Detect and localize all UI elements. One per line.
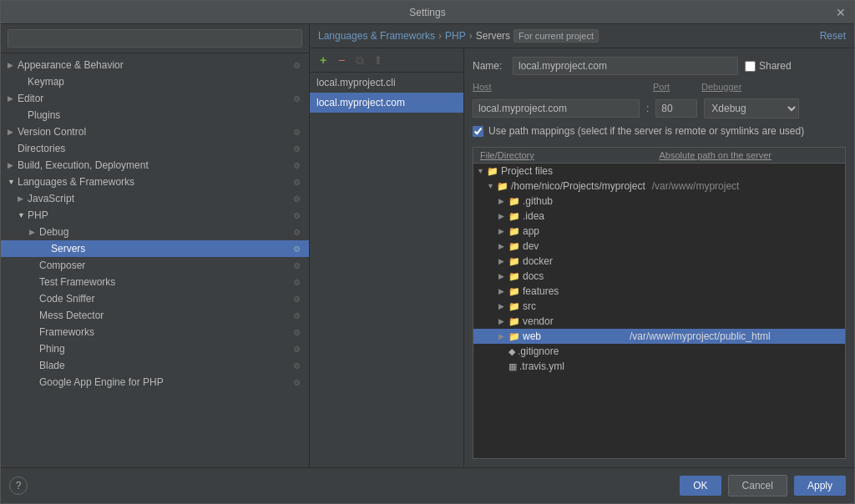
settings-icon: ⚙	[291, 126, 302, 138]
breadcrumb-part1[interactable]: Languages & Frameworks	[318, 30, 435, 42]
debugger-select[interactable]: Xdebug Zend Debugger	[704, 98, 799, 118]
sidebar-item-servers[interactable]: Servers ⚙	[1, 240, 309, 257]
breadcrumb-part2[interactable]: PHP	[445, 30, 466, 42]
ok-button[interactable]: OK	[680, 476, 721, 496]
arrow-icon: ▶	[498, 257, 508, 265]
sidebar-item-version-control[interactable]: ▶ Version Control ⚙	[1, 123, 309, 140]
add-server-button[interactable]: +	[315, 52, 331, 68]
shared-checkbox-label[interactable]: Shared	[745, 60, 792, 72]
sidebar-item-mess-detector[interactable]: Mess Detector ⚙	[1, 307, 309, 324]
settings-icon: ⚙	[291, 326, 302, 338]
sidebar-item-blade[interactable]: Blade ⚙	[1, 357, 309, 374]
sidebar-item-keymap[interactable]: Keymap	[1, 73, 309, 90]
folder-icon: 📁	[487, 166, 498, 177]
port-col-header: Port	[653, 82, 695, 92]
col2-header[interactable]: Absolute path on the server	[660, 150, 839, 160]
arrow-icon: ▼	[18, 211, 28, 219]
tree-item-vendor[interactable]: ▶ 📁 vendor	[473, 314, 845, 329]
server-config: Name: Shared Host Port Debugger	[464, 48, 854, 467]
sidebar-item-label: Editor	[18, 93, 291, 104]
settings-icon: ⚙	[291, 143, 302, 154]
host-input[interactable]	[473, 99, 640, 118]
sidebar-item-plugins[interactable]: Plugins	[1, 107, 309, 123]
column-headers-row: Host Port Debugger	[473, 82, 846, 92]
sidebar-item-appearance[interactable]: ▶ Appearance & Behavior ⚙	[1, 57, 309, 73]
server-entry-com[interactable]: local.myproject.com	[310, 93, 463, 113]
tree-item-web[interactable]: ▶ 📁 web /var/www/myproject/public_html	[473, 329, 845, 344]
apply-button[interactable]: Apply	[794, 476, 846, 496]
tree-item-travis[interactable]: ▦ .travis.yml	[473, 359, 845, 374]
server-entry-cli[interactable]: local.myproject.cli	[310, 73, 463, 93]
use-path-mappings-label: Use path mappings (select if the server …	[488, 125, 804, 137]
sidebar-item-google-app-engine[interactable]: Google App Engine for PHP ⚙	[1, 374, 309, 391]
help-button[interactable]: ?	[9, 476, 28, 495]
nav-tree: ▶ Appearance & Behavior ⚙ Keymap ▶ Edito…	[1, 53, 309, 467]
settings-icon: ⚙	[291, 93, 302, 104]
arrow-icon: ▶	[8, 61, 18, 69]
sidebar-item-editor[interactable]: ▶ Editor ⚙	[1, 90, 309, 107]
sidebar-item-label: Build, Execution, Deployment	[18, 159, 291, 171]
copy-server-button[interactable]: ⧉	[352, 52, 368, 68]
tree-item-features[interactable]: ▶ 📁 features	[473, 284, 845, 299]
port-input[interactable]	[655, 99, 697, 118]
server-list: local.myproject.cli local.myproject.com	[310, 73, 463, 467]
settings-icon: ⚙	[291, 276, 302, 288]
breadcrumb-bar: Languages & Frameworks › PHP › Servers F…	[310, 24, 854, 48]
arrow-icon: ▼	[477, 167, 487, 175]
gitignore-label: .gitignore	[518, 345, 618, 357]
settings-icon: ⚙	[291, 59, 302, 71]
sidebar-item-directories[interactable]: Directories ⚙	[1, 140, 309, 157]
reset-button[interactable]: Reset	[820, 30, 846, 42]
arrow-icon: ▶	[498, 212, 508, 220]
docker-label: docker	[523, 255, 623, 267]
col1-header[interactable]: File/Directory	[480, 150, 660, 160]
breadcrumb: Languages & Frameworks › PHP › Servers F…	[318, 29, 599, 43]
arrow-icon: ▼	[8, 178, 18, 186]
vendor-label: vendor	[523, 315, 623, 327]
sidebar-item-frameworks[interactable]: Frameworks ⚙	[1, 324, 309, 340]
tree-item-project-files[interactable]: ▼ 📁 Project files	[473, 164, 845, 179]
sidebar-item-label: Directories	[18, 143, 291, 154]
tree-item-idea[interactable]: ▶ 📁 .idea	[473, 209, 845, 224]
arrow-icon: ▶	[498, 302, 508, 310]
settings-icon: ⚙	[291, 159, 302, 171]
sidebar-item-build[interactable]: ▶ Build, Execution, Deployment ⚙	[1, 157, 309, 174]
folder-icon: 📁	[508, 196, 520, 207]
tree-item-github[interactable]: ▶ 📁 .github	[473, 194, 845, 209]
tree-item-root[interactable]: ▼ 📁 /home/nico/Projects/myproject /var/w…	[473, 179, 845, 194]
folder-icon: 📁	[508, 331, 520, 342]
sidebar-item-code-sniffer[interactable]: Code Sniffer ⚙	[1, 290, 309, 307]
tree-item-docker[interactable]: ▶ 📁 docker	[473, 254, 845, 269]
tree-item-src[interactable]: ▶ 📁 src	[473, 299, 845, 314]
sidebar-item-php[interactable]: ▼ PHP ⚙	[1, 207, 309, 224]
sidebar-item-test-frameworks[interactable]: Test Frameworks ⚙	[1, 274, 309, 290]
name-input[interactable]	[513, 57, 738, 75]
tree-item-dev[interactable]: ▶ 📁 dev	[473, 239, 845, 254]
sidebar-item-label: Composer	[39, 260, 291, 271]
debugger-col-header: Debugger	[701, 82, 751, 92]
search-input[interactable]	[8, 29, 302, 48]
use-path-mappings-checkbox[interactable]	[473, 126, 483, 137]
web-path: /var/www/myproject/public_html	[623, 330, 842, 342]
sidebar-item-label: Keymap	[28, 76, 302, 88]
host-port-row: : Xdebug Zend Debugger	[473, 98, 846, 118]
close-button[interactable]: ✕	[834, 6, 847, 19]
sidebar-item-phing[interactable]: Phing ⚙	[1, 340, 309, 357]
file-yaml-icon: ▦	[508, 361, 517, 372]
tree-item-gitignore[interactable]: ◆ .gitignore	[473, 344, 845, 359]
remove-server-button[interactable]: −	[333, 52, 350, 68]
app-label: app	[523, 225, 623, 237]
move-server-button[interactable]: ⬆	[370, 52, 387, 68]
tree-item-app[interactable]: ▶ 📁 app	[473, 224, 845, 239]
server-list-panel: + − ⧉ ⬆ local.myproject.cli local.myproj…	[310, 48, 464, 467]
tree-item-docs[interactable]: ▶ 📁 docs	[473, 269, 845, 284]
sidebar-item-javascript[interactable]: ▶ JavaScript ⚙	[1, 190, 309, 207]
shared-checkbox[interactable]	[745, 61, 756, 72]
sidebar-item-composer[interactable]: Composer ⚙	[1, 257, 309, 274]
sidebar-item-label: Servers	[51, 243, 291, 255]
sidebar-item-label: Blade	[39, 360, 291, 371]
sidebar-item-debug[interactable]: ▶ Debug ⚙	[1, 224, 309, 240]
cancel-button[interactable]: Cancel	[728, 475, 787, 496]
sidebar-item-lang-frameworks[interactable]: ▼ Languages & Frameworks ⚙	[1, 174, 309, 190]
settings-icon: ⚙	[291, 193, 302, 204]
